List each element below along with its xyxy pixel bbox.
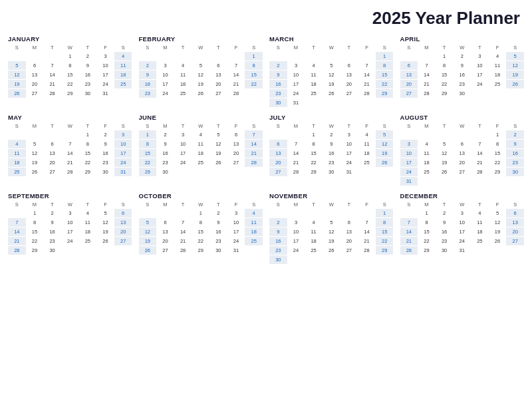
day-cell: 25 xyxy=(8,168,26,176)
day-cell: 6 xyxy=(340,218,358,227)
day-cell: 26 xyxy=(139,246,157,255)
day-header: W xyxy=(453,201,471,208)
day-cell: 27 xyxy=(340,89,358,98)
empty-day xyxy=(358,209,376,217)
day-header: T xyxy=(209,44,227,51)
day-cell: 4 xyxy=(418,140,436,148)
day-cell: 18 xyxy=(79,227,97,236)
day-cell: 21 xyxy=(400,237,418,245)
empty-day xyxy=(156,209,174,217)
month-block-january: JANUARYSMTWTFS12345678910111213141516171… xyxy=(7,34,134,108)
month-block-august: AUGUSTSMTWTFS123456789101112131415161718… xyxy=(399,112,526,187)
day-header: S xyxy=(245,201,263,208)
day-cell: 30 xyxy=(269,98,287,107)
day-cell: 6 xyxy=(209,61,227,70)
month-name: OCTOBER xyxy=(139,192,263,200)
day-cell: 16 xyxy=(436,227,454,236)
day-cell: 31 xyxy=(453,246,471,255)
day-cell: 30 xyxy=(209,246,227,255)
day-cell: 17 xyxy=(174,149,192,158)
day-cell: 1 xyxy=(376,52,394,61)
day-header: S xyxy=(139,44,157,51)
day-header: S xyxy=(8,122,26,130)
day-cell: 9 xyxy=(436,218,454,227)
day-cell: 13 xyxy=(453,149,471,158)
empty-day xyxy=(174,52,192,61)
day-cell: 31 xyxy=(400,177,418,186)
day-cell: 22 xyxy=(305,158,323,167)
empty-day xyxy=(305,209,323,217)
day-cell: 29 xyxy=(436,89,454,98)
day-cell: 8 xyxy=(245,61,263,70)
day-cell: 5 xyxy=(489,209,507,217)
day-cell: 10 xyxy=(287,227,305,236)
day-cell: 29 xyxy=(139,168,157,176)
day-header: S xyxy=(400,201,418,208)
day-cell: 21 xyxy=(418,80,436,88)
day-cell: 29 xyxy=(79,168,97,176)
day-header: S xyxy=(400,122,418,130)
day-cell: 11 xyxy=(8,149,26,158)
day-cell: 22 xyxy=(61,80,79,88)
day-header: M xyxy=(287,44,305,51)
day-cell: 21 xyxy=(358,237,376,245)
day-cell: 2 xyxy=(436,209,454,217)
day-cell: 2 xyxy=(96,130,114,139)
day-cell: 30 xyxy=(269,255,287,264)
empty-day xyxy=(323,209,340,217)
day-cell: 8 xyxy=(79,140,97,148)
day-cell: 17 xyxy=(287,237,305,245)
day-header: T xyxy=(79,122,97,130)
day-cell: 2 xyxy=(269,218,287,227)
day-header: T xyxy=(43,122,61,130)
month-name: FEBRUARY xyxy=(139,35,263,43)
day-cell: 15 xyxy=(489,149,507,158)
day-header: S xyxy=(114,122,132,130)
day-cell: 9 xyxy=(269,227,287,236)
day-header: T xyxy=(43,44,61,51)
month-name: MARCH xyxy=(269,35,394,43)
day-cell: 9 xyxy=(43,218,61,227)
day-header: W xyxy=(323,122,340,130)
empty-day xyxy=(471,130,489,139)
day-cell: 3 xyxy=(287,61,305,70)
day-cell: 28 xyxy=(471,168,489,176)
empty-day xyxy=(43,52,61,61)
empty-day xyxy=(340,209,358,217)
day-cell: 7 xyxy=(418,61,436,70)
day-cell: 16 xyxy=(156,149,174,158)
day-cell: 15 xyxy=(436,70,454,79)
day-cell: 27 xyxy=(156,246,174,255)
day-header: F xyxy=(227,44,245,51)
day-cell: 15 xyxy=(192,227,209,236)
month-block-september: SEPTEMBERSMTWTFS123456789101112131415161… xyxy=(7,191,134,265)
day-cell: 10 xyxy=(156,70,174,79)
day-cell: 11 xyxy=(305,70,323,79)
empty-day xyxy=(400,209,418,217)
day-cell: 8 xyxy=(139,140,157,148)
day-cell: 21 xyxy=(471,158,489,167)
day-cell: 19 xyxy=(436,158,454,167)
empty-day xyxy=(358,52,376,61)
day-cell: 6 xyxy=(400,61,418,70)
empty-day xyxy=(400,130,418,139)
day-cell: 12 xyxy=(96,218,114,227)
day-cell: 11 xyxy=(245,218,263,227)
empty-day xyxy=(156,52,174,61)
empty-day xyxy=(209,52,227,61)
day-cell: 28 xyxy=(358,89,376,98)
day-cell: 24 xyxy=(114,158,132,167)
day-header: F xyxy=(358,44,376,51)
day-cell: 3 xyxy=(287,218,305,227)
month-name: JANUARY xyxy=(8,35,132,43)
day-cell: 3 xyxy=(156,61,174,70)
day-cell: 17 xyxy=(96,70,114,79)
day-header: S xyxy=(269,201,287,208)
day-cell: 5 xyxy=(376,130,394,139)
day-header: T xyxy=(436,201,454,208)
day-cell: 22 xyxy=(26,237,44,245)
day-cell: 24 xyxy=(287,246,305,255)
day-cell: 30 xyxy=(43,246,61,255)
day-cell: 22 xyxy=(139,158,157,167)
day-cell: 22 xyxy=(376,80,394,88)
